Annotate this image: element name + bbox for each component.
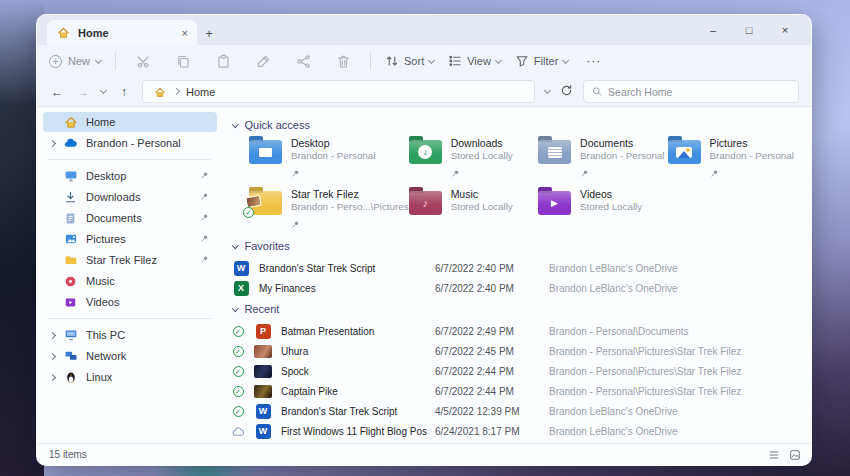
toolbar-divider — [115, 52, 116, 70]
sidebar-item-star-trek-filez[interactable]: Star Trek Filez — [43, 250, 217, 270]
file-row[interactable]: ✓ P Batman Presentation 6/7/2022 2:49 PM… — [231, 321, 797, 341]
expand-chevron-icon[interactable] — [49, 352, 56, 359]
view-toggles — [768, 449, 801, 461]
sidebar-item-pictures[interactable]: Pictures — [43, 229, 217, 249]
sidebar-item-linux[interactable]: Linux — [43, 367, 217, 387]
section-header-recent[interactable]: Recent — [233, 303, 797, 315]
more-options-button[interactable]: ··· — [586, 54, 601, 68]
sidebar-item-documents[interactable]: Documents — [43, 208, 217, 228]
videos-folder-icon: ▶ — [538, 191, 571, 215]
expand-chevron-icon[interactable] — [49, 373, 56, 380]
address-dropdown-chevron-icon[interactable] — [544, 87, 551, 94]
section-header-favorites[interactable]: Favorites — [233, 240, 797, 252]
breadcrumb[interactable]: Home — [142, 80, 535, 103]
sidebar-item-music[interactable]: Music — [43, 271, 217, 291]
close-button[interactable]: × — [767, 24, 803, 36]
sync-check-icon: ✓ — [233, 386, 244, 397]
sidebar-item-downloads[interactable]: Downloads — [43, 187, 217, 207]
sidebar-item-home[interactable]: Home — [43, 112, 217, 132]
tile-subtitle: Stored Locally — [580, 201, 642, 213]
linux-penguin-icon — [63, 370, 78, 385]
file-date: 6/7/2022 2:45 PM — [435, 346, 541, 357]
documents-icon — [63, 211, 78, 226]
sidebar-item-label: Documents — [86, 212, 142, 224]
file-row[interactable]: ✓ Uhura 6/7/2022 2:45 PM Brandon - Perso… — [231, 341, 797, 361]
file-row[interactable]: W Brandon's Star Trek Script 6/7/2022 2:… — [231, 258, 797, 278]
collapse-chevron-icon[interactable] — [232, 305, 238, 311]
sidebar-item-label: Music — [86, 275, 115, 287]
music-folder-icon: ♪ — [409, 191, 442, 215]
tile-pictures[interactable]: Pictures Brandon - Personal — [668, 137, 797, 181]
large-icons-view-icon[interactable] — [789, 449, 801, 461]
tile-desktop[interactable]: Desktop Brandon - Personal — [249, 137, 409, 181]
sidebar-item-this-pc[interactable]: This PC — [43, 325, 217, 345]
chevron-down-icon — [562, 56, 569, 63]
file-row[interactable]: ✓ Spock 6/7/2022 2:44 PM Brandon - Perso… — [231, 361, 797, 381]
sync-check-icon: ✓ — [233, 346, 244, 357]
back-button[interactable]: ← — [49, 85, 65, 99]
file-date: 6/7/2022 2:49 PM — [435, 326, 541, 337]
tile-subtitle: Brandon - Personal — [580, 150, 664, 162]
paste-icon[interactable] — [210, 49, 236, 73]
sidebar-item-videos[interactable]: Videos — [43, 292, 217, 312]
collapse-chevron-icon[interactable] — [232, 242, 238, 248]
search-input[interactable] — [608, 86, 790, 98]
collapse-chevron-icon[interactable] — [232, 121, 238, 127]
view-button[interactable]: View — [448, 54, 501, 68]
pin-icon — [580, 164, 664, 182]
share-icon[interactable] — [290, 49, 316, 73]
quick-access-grid: Desktop Brandon - Personal ↓ Downloads S… — [249, 137, 797, 232]
breadcrumb-segment[interactable]: Home — [186, 86, 215, 98]
maximize-button[interactable]: □ — [731, 24, 767, 36]
new-button[interactable]: + New — [49, 55, 101, 68]
expand-chevron-icon[interactable] — [49, 331, 56, 338]
rename-icon[interactable] — [250, 49, 276, 73]
tab-close-icon[interactable]: × — [182, 27, 188, 39]
expand-chevron-icon[interactable] — [49, 139, 56, 146]
file-row[interactable]: W First Windows 11 Flight Blog Post 6/24… — [231, 421, 797, 441]
filter-button[interactable]: Filter — [515, 54, 568, 68]
file-date: 6/7/2022 2:44 PM — [435, 386, 541, 397]
cut-icon[interactable] — [130, 49, 156, 73]
tile-videos[interactable]: ▶ Videos Stored Locally — [538, 188, 667, 232]
file-row[interactable]: ✓ Captain Pike 6/7/2022 2:44 PM Brandon … — [231, 381, 797, 401]
navigation-pane: Home Brandon - Personal Desktop — [37, 107, 223, 443]
minimize-button[interactable]: – — [695, 24, 731, 36]
home-icon — [56, 25, 71, 40]
new-tab-button[interactable]: + — [197, 21, 221, 45]
desktop-folder-icon — [249, 140, 282, 164]
search-box[interactable] — [583, 80, 799, 103]
file-name: Uhura — [281, 346, 427, 357]
pin-icon — [200, 191, 209, 203]
file-row[interactable]: ✓ W Brandon's Star Trek Script 4/5/2022 … — [231, 401, 797, 421]
refresh-icon[interactable] — [560, 83, 573, 101]
tab-home[interactable]: Home × — [47, 20, 197, 45]
file-date: 6/7/2022 2:40 PM — [435, 283, 541, 294]
copy-icon[interactable] — [170, 49, 196, 73]
file-location: Brandon - Personal\Pictures\Star Trek Fi… — [549, 346, 797, 357]
tile-music[interactable]: ♪ Music Stored Locally — [409, 188, 538, 232]
file-row[interactable]: X My Finances 6/7/2022 2:40 PM Brandon L… — [231, 278, 797, 298]
view-icon — [448, 54, 462, 68]
filter-button-label: Filter — [534, 55, 558, 67]
sidebar-divider — [49, 318, 211, 319]
tile-documents[interactable]: Documents Brandon - Personal — [538, 137, 667, 181]
sidebar-item-label: Brandon - Personal — [86, 137, 181, 149]
items-count: 15 items — [49, 449, 87, 460]
breadcrumb-chevron-icon — [173, 88, 180, 95]
section-header-quick-access[interactable]: Quick access — [233, 119, 797, 131]
tile-star-trek-filez[interactable]: ✓ Star Trek Filez Brandon - Perso...\Pic… — [249, 188, 409, 232]
forward-button[interactable]: → — [75, 85, 91, 99]
delete-icon[interactable] — [330, 49, 356, 73]
details-view-icon[interactable] — [768, 449, 780, 461]
sort-button[interactable]: Sort — [385, 54, 434, 68]
recent-locations-chevron-icon[interactable] — [100, 87, 107, 94]
sidebar-item-onedrive[interactable]: Brandon - Personal — [43, 133, 217, 153]
sidebar-item-network[interactable]: Network — [43, 346, 217, 366]
new-plus-icon: + — [49, 55, 62, 68]
tile-downloads[interactable]: ↓ Downloads Stored Locally — [409, 137, 538, 181]
up-button[interactable]: ↑ — [116, 85, 132, 99]
sidebar-item-desktop[interactable]: Desktop — [43, 166, 217, 186]
new-button-label: New — [68, 55, 90, 67]
pin-icon — [200, 233, 209, 245]
